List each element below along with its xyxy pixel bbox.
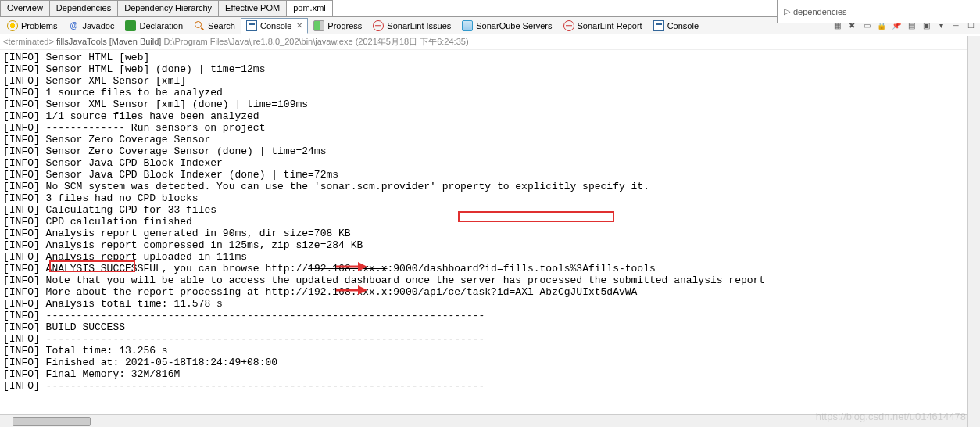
tab-dep-hierarchy[interactable]: Dependency Hierarchy [117, 0, 219, 16]
console-line: [INFO] Sensor Zero Coverage Sensor [3, 134, 977, 145]
tab-overview[interactable]: Overview [0, 0, 50, 16]
watermark: https://blog.csdn.net/u014614478 [816, 411, 966, 422]
view-console-active[interactable]: Console✕ [241, 18, 308, 34]
console-icon [653, 20, 664, 31]
run-descriptor: <terminated> fillsJavaTools [Maven Build… [0, 34, 980, 50]
at-icon: @ [68, 20, 79, 31]
console-line: [INFO] Sensor HTML [web] [3, 52, 977, 63]
console-line: [INFO] Analysis report compressed in 125… [3, 239, 977, 251]
console-line: [INFO] No SCM system was detected. You c… [3, 181, 977, 192]
view-problems[interactable]: Problems [2, 18, 63, 34]
sonar-icon [373, 20, 384, 31]
console-line: [INFO] Sensor XML Sensor [xml] [3, 75, 977, 87]
console-output[interactable]: [INFO] Sensor HTML [web][INFO] Sensor HT… [0, 50, 980, 425]
view-sonarqube-servers[interactable]: SonarQube Servers [456, 18, 557, 34]
view-declaration[interactable]: Declaration [120, 18, 188, 34]
console-line: [INFO] Sensor XML Sensor [xml] (done) | … [3, 99, 977, 110]
console-line: [INFO] ------------- Run sensors on proj… [3, 122, 977, 134]
console-line: [INFO] ---------------------------------… [3, 380, 977, 392]
console-line: [INFO] Analysis total time: 11.578 s [3, 298, 977, 310]
console-line: [INFO] ---------------------------------… [3, 310, 977, 321]
warning-icon [7, 20, 18, 31]
view-search[interactable]: Search [188, 18, 241, 34]
tab-effective-pom[interactable]: Effective POM [218, 0, 287, 16]
console-line: [INFO] More about the report processing … [3, 286, 977, 298]
console-line: [INFO] Finished at: 2021-05-18T18:24:49+… [3, 357, 977, 368]
right-panel: ▷ dependencies [777, 0, 980, 23]
vertical-scrollbar[interactable] [967, 36, 980, 427]
tab-dependencies[interactable]: Dependencies [49, 0, 118, 16]
expand-icon[interactable]: ▷ [784, 6, 790, 16]
console-line: [INFO] ANALYSIS SUCCESSFUL, you can brow… [3, 263, 977, 274]
right-panel-label: dependencies [793, 7, 847, 16]
console-line: [INFO] CPD calculation finished [3, 216, 977, 228]
tab-pom-xml[interactable]: pom.xml [286, 0, 333, 16]
console-line: [INFO] ---------------------------------… [3, 333, 977, 345]
progress-icon [313, 20, 324, 31]
sonar-icon [563, 20, 574, 31]
console-line: [INFO] Calculating CPD for 33 files [3, 204, 977, 216]
view-javadoc[interactable]: @Javadoc [63, 18, 120, 34]
console-line: [INFO] Sensor Java CPD Block Indexer [3, 157, 977, 169]
console-icon [246, 20, 257, 31]
close-icon[interactable]: ✕ [296, 21, 302, 30]
console-line: [INFO] Note that you will be able to acc… [3, 274, 977, 286]
console-line: [INFO] Sensor Java CPD Block Indexer (do… [3, 169, 977, 181]
console-line: [INFO] Sensor Zero Coverage Sensor (done… [3, 145, 977, 157]
sonarqube-icon [462, 20, 473, 31]
console-line: [INFO] Analysis report generated in 90ms… [3, 228, 977, 239]
console-line: [INFO] Final Memory: 32M/816M [3, 368, 977, 380]
declaration-icon [125, 20, 136, 31]
view-console-2[interactable]: Console [648, 18, 704, 34]
console-line: [INFO] Analysis report uploaded in 111ms [3, 251, 977, 263]
console-line: [INFO] 1/1 source files have been analyz… [3, 110, 977, 122]
console-line: [INFO] Sensor HTML [web] (done) | time=1… [3, 63, 977, 75]
search-icon [194, 20, 205, 31]
console-line: [INFO] 3 files had no CPD blocks [3, 192, 977, 204]
view-sonarlint-report[interactable]: SonarLint Report [558, 18, 648, 34]
scrollbar-thumb[interactable] [13, 417, 91, 426]
view-sonarlint-issues[interactable]: SonarLint Issues [367, 18, 456, 34]
console-line: [INFO] BUILD SUCCESS [3, 321, 977, 333]
view-progress[interactable]: Progress [308, 18, 367, 34]
console-line: [INFO] Total time: 13.256 s [3, 345, 977, 357]
console-line: [INFO] 1 source files to be analyzed [3, 87, 977, 99]
